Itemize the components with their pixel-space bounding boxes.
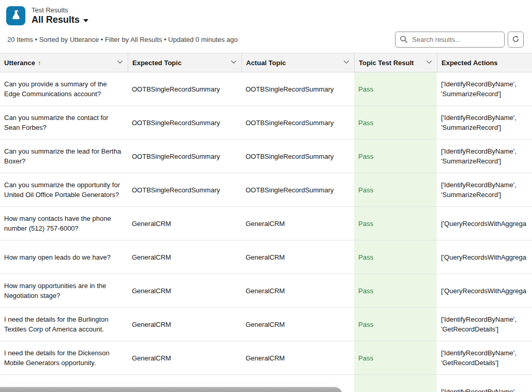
title-block: Test Results All Results bbox=[32, 6, 88, 25]
column-menu-button[interactable] bbox=[115, 57, 125, 68]
list-summary: 20 Items • Sorted by Utterance • Filter … bbox=[7, 36, 238, 43]
expected-actions-cell: ['IdentifyRecordByName', 'GetRecordDetai… bbox=[441, 348, 532, 368]
topic-test-result-cell: Pass bbox=[358, 286, 373, 296]
test-results-app-icon bbox=[6, 6, 25, 25]
utterance-cell: How many open leads do we have? bbox=[4, 252, 111, 262]
chevron-down-icon bbox=[425, 58, 433, 67]
expected-topic-cell: OOTBSingleRecordSummary bbox=[132, 118, 220, 128]
expected-actions-cell: ['IdentifyRecordByName', 'SummarizeRecor… bbox=[441, 146, 532, 166]
expected-actions-cell: ['QueryRecordsWithAggrega bbox=[441, 286, 526, 296]
list-view-selector[interactable]: All Results bbox=[32, 14, 88, 25]
column-menu-button[interactable] bbox=[342, 57, 351, 68]
actual-topic-cell: GeneralCRM bbox=[246, 286, 285, 296]
column-header-actual-topic[interactable]: Actual Topic bbox=[241, 53, 354, 72]
table-row: Can you provide a summary of the Edge Co… bbox=[0, 72, 532, 106]
topic-test-result-cell: Pass bbox=[358, 185, 373, 195]
expected-actions-cell: ['QueryRecordsWithAggrega bbox=[441, 252, 526, 262]
triangle-down-icon bbox=[83, 19, 88, 22]
expected-topic-cell: GeneralCRM bbox=[132, 286, 171, 296]
chevron-down-icon bbox=[343, 58, 350, 67]
table-row: Can you summarize the opportunity for Un… bbox=[0, 173, 532, 207]
topic-test-result-cell: Pass bbox=[358, 152, 373, 161]
utterance-cell: I need the details for the Burlington Te… bbox=[4, 314, 124, 334]
column-header-utterance[interactable]: Utterance ↑ bbox=[0, 53, 128, 72]
entity-label: Test Results bbox=[32, 6, 88, 14]
column-header-label: Utterance bbox=[4, 59, 35, 67]
flask-icon bbox=[10, 9, 22, 23]
expected-actions-cell: ['IdentifyRecordByName', 'SummarizeRecor… bbox=[441, 79, 532, 99]
utterance-cell: How many opportunities are in the Negoti… bbox=[4, 281, 124, 300]
table-row: I need the details for the Dickenson Mob… bbox=[0, 341, 532, 375]
actual-topic-cell: GeneralCRM bbox=[246, 219, 285, 229]
refresh-button[interactable] bbox=[508, 32, 524, 48]
actual-topic-cell: OOTBSingleRecordSummary bbox=[246, 84, 334, 94]
column-header-topic-test-result[interactable]: Topic Test Result bbox=[354, 53, 437, 72]
actual-topic-cell: OOTBSingleRecordSummary bbox=[246, 118, 334, 128]
search-box bbox=[395, 32, 505, 48]
chevron-down-icon bbox=[230, 58, 237, 67]
table-row: How many opportunities are in the Negoti… bbox=[0, 274, 532, 308]
docked-panel-edge[interactable] bbox=[0, 387, 342, 392]
toolbar-actions bbox=[395, 32, 524, 48]
expected-topic-cell: GeneralCRM bbox=[132, 320, 171, 329]
expected-actions-cell: ['IdentifyRecordByName', 'GetRecordDetai… bbox=[441, 314, 532, 334]
column-header-expected-actions[interactable]: Expected Actions bbox=[437, 53, 532, 72]
topic-test-result-cell: Pass bbox=[358, 219, 373, 229]
expected-topic-cell: OOTBSingleRecordSummary bbox=[132, 84, 220, 94]
column-header-expected-topic[interactable]: Expected Topic bbox=[128, 53, 241, 72]
expected-actions-cell: ['IdentifyRecordByName', bbox=[441, 387, 516, 392]
column-menu-button[interactable] bbox=[424, 57, 434, 68]
topic-test-result-cell: Pass bbox=[358, 353, 373, 363]
sort-ascending-icon: ↑ bbox=[38, 59, 41, 67]
utterance-cell: Can you summarize the contact for Sean F… bbox=[4, 113, 124, 132]
search-input[interactable] bbox=[395, 32, 505, 48]
expected-topic-cell: GeneralCRM bbox=[132, 353, 171, 363]
table-row: I need the details for the Burlington Te… bbox=[0, 308, 532, 341]
expected-actions-cell: ['IdentifyRecordByName', 'SummarizeRecor… bbox=[441, 180, 532, 200]
table-header-row: Utterance ↑ Expected Topic Actual Topic bbox=[0, 53, 532, 72]
expected-actions-cell: ['IdentifyRecordByName', 'SummarizeRecor… bbox=[441, 113, 532, 132]
table-row: Can you summarize the lead for Bertha Bo… bbox=[0, 140, 532, 173]
utterance-cell: I need the details for the Dickenson Mob… bbox=[4, 348, 124, 368]
refresh-icon bbox=[512, 35, 520, 44]
column-header-label: Expected Actions bbox=[442, 59, 498, 67]
table-row: Can you summarize the contact for Sean F… bbox=[0, 106, 532, 140]
topic-test-result-cell: Pass bbox=[358, 320, 373, 329]
topic-test-result-cell: Pass bbox=[358, 84, 373, 94]
column-header-label: Topic Test Result bbox=[359, 59, 414, 67]
list-toolbar: 20 Items • Sorted by Utterance • Filter … bbox=[0, 26, 532, 53]
results-table: Utterance ↑ Expected Topic Actual Topic bbox=[0, 53, 532, 392]
actual-topic-cell: OOTBSingleRecordSummary bbox=[246, 152, 334, 161]
utterance-cell: Can you summarize the opportunity for Un… bbox=[4, 180, 124, 200]
table-body: Can you provide a summary of the Edge Co… bbox=[0, 72, 532, 392]
utterance-cell: Can you provide a summary of the Edge Co… bbox=[4, 79, 124, 99]
list-view-name: All Results bbox=[32, 14, 80, 25]
page-header: Test Results All Results bbox=[0, 0, 532, 26]
actual-topic-cell: GeneralCRM bbox=[246, 353, 285, 363]
expected-topic-cell: OOTBSingleRecordSummary bbox=[132, 185, 220, 195]
column-header-label: Expected Topic bbox=[132, 59, 181, 67]
table-row: How many contacts have the phone number … bbox=[0, 207, 532, 240]
actual-topic-cell: GeneralCRM bbox=[246, 320, 285, 329]
column-menu-button[interactable] bbox=[229, 57, 238, 68]
column-header-label: Actual Topic bbox=[246, 59, 286, 67]
expected-topic-cell: GeneralCRM bbox=[132, 219, 171, 229]
expected-topic-cell: GeneralCRM bbox=[132, 252, 171, 262]
expected-actions-cell: ['QueryRecordsWithAggrega bbox=[441, 219, 526, 229]
utterance-cell: How many contacts have the phone number … bbox=[4, 214, 124, 233]
topic-test-result-cell: Pass bbox=[358, 252, 373, 262]
actual-topic-cell: GeneralCRM bbox=[246, 252, 285, 262]
topic-test-result-cell: Pass bbox=[358, 118, 373, 128]
expected-topic-cell: OOTBSingleRecordSummary bbox=[132, 152, 220, 161]
chevron-down-icon bbox=[116, 58, 124, 67]
utterance-cell: Can you summarize the lead for Bertha Bo… bbox=[4, 146, 124, 166]
actual-topic-cell: OOTBSingleRecordSummary bbox=[246, 185, 334, 195]
test-results-page: Test Results All Results 20 Items • Sort… bbox=[0, 0, 532, 392]
table-row: How many open leads do we have? GeneralC… bbox=[0, 240, 532, 274]
